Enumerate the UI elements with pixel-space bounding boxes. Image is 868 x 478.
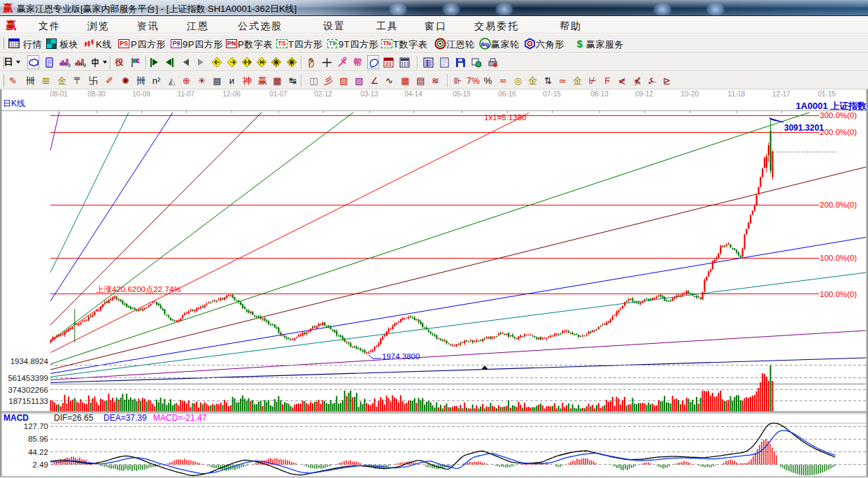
svg-text:08-30: 08-30 xyxy=(87,90,106,98)
svg-text:上涨420.6200点22.74%: 上涨420.6200点22.74% xyxy=(96,285,180,294)
svg-text:1A0001 上证指数: 1A0001 上证指数 xyxy=(796,101,867,111)
svg-text:04-14: 04-14 xyxy=(404,90,422,98)
svg-text:300.0%(0): 300.0%(0) xyxy=(820,111,857,120)
svg-text:1974.3800: 1974.3800 xyxy=(382,352,420,361)
svg-text:561453399: 561453399 xyxy=(8,374,48,382)
svg-text:MACD: MACD xyxy=(3,413,29,423)
svg-text:07-15: 07-15 xyxy=(543,90,561,98)
svg-text:3091.3201: 3091.3201 xyxy=(784,123,824,133)
svg-text:03-13: 03-13 xyxy=(360,90,378,98)
svg-text:02-12: 02-12 xyxy=(314,90,332,98)
svg-text:DIF=26.65: DIF=26.65 xyxy=(54,413,94,423)
svg-text:DEA=37.39: DEA=37.39 xyxy=(104,413,147,423)
svg-text:44.22: 44.22 xyxy=(28,448,48,456)
svg-text:187151133: 187151133 xyxy=(8,397,48,405)
svg-text:12-06: 12-06 xyxy=(222,90,241,98)
svg-text:09-12: 09-12 xyxy=(635,90,653,98)
svg-text:01-15: 01-15 xyxy=(818,90,836,98)
svg-text:10-20: 10-20 xyxy=(681,90,699,98)
svg-text:08-13: 08-13 xyxy=(590,90,609,98)
svg-text:85.96: 85.96 xyxy=(28,435,48,443)
svg-text:100.0%(0): 100.0%(0) xyxy=(820,290,857,298)
svg-text:日K线: 日K线 xyxy=(3,99,25,108)
svg-text:1x1=5.1380: 1x1=5.1380 xyxy=(484,113,526,122)
svg-text:11-18: 11-18 xyxy=(728,90,746,98)
svg-text:127.70: 127.70 xyxy=(24,422,48,430)
svg-text:12-17: 12-17 xyxy=(772,90,790,98)
svg-text:05-15: 05-15 xyxy=(453,90,471,98)
svg-text:11-07: 11-07 xyxy=(178,90,195,98)
svg-text:01-07: 01-07 xyxy=(269,90,287,98)
svg-text:200.0%(0): 200.0%(0) xyxy=(820,201,857,209)
svg-text:06-16: 06-16 xyxy=(498,90,516,98)
svg-text:1934.8924: 1934.8924 xyxy=(10,357,49,365)
svg-text:100.0%(0): 100.0%(0) xyxy=(820,254,857,262)
svg-text:2.49: 2.49 xyxy=(33,461,48,469)
svg-text:MACD=-21.47: MACD=-21.47 xyxy=(153,413,207,423)
svg-text:374302266: 374302266 xyxy=(8,386,48,394)
svg-text:08-01: 08-01 xyxy=(50,90,68,98)
svg-text:10-09: 10-09 xyxy=(132,90,150,98)
svg-text:200.0%(0): 200.0%(0) xyxy=(820,128,857,136)
